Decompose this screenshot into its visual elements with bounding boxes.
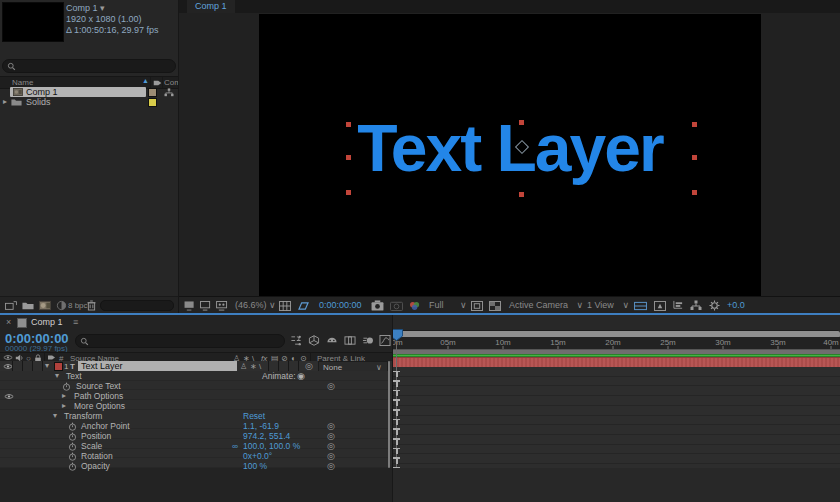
group-label[interactable]: More Options bbox=[74, 401, 125, 411]
timeline-tab-label[interactable]: Comp 1 bbox=[31, 317, 63, 327]
show-snapshot-icon[interactable] bbox=[390, 300, 403, 311]
motion-blur-icon[interactable] bbox=[362, 335, 374, 346]
selection-handle[interactable] bbox=[346, 155, 351, 160]
share-view-icon[interactable] bbox=[216, 301, 229, 311]
property-row-opacity[interactable]: Opacity 100 % ◎ bbox=[0, 461, 393, 471]
parent-pickwhip-icon[interactable]: ◎ bbox=[305, 361, 313, 371]
property-value[interactable]: 1.1, -61.9 bbox=[243, 421, 279, 431]
selection-handle[interactable] bbox=[519, 192, 524, 197]
pickwhip-icon[interactable]: ◎ bbox=[327, 421, 335, 431]
stopwatch-icon[interactable] bbox=[68, 452, 77, 461]
new-folder-icon[interactable] bbox=[22, 301, 34, 310]
project-item-name[interactable]: Solids bbox=[26, 97, 51, 107]
fast-previews-icon[interactable] bbox=[654, 301, 666, 311]
layer-quality-switch[interactable]: \ bbox=[259, 362, 261, 371]
eye-icon[interactable] bbox=[4, 393, 14, 400]
label-color-swatch[interactable] bbox=[148, 88, 157, 97]
property-value[interactable]: 0x+0.0° bbox=[243, 451, 272, 461]
label-column-icon[interactable] bbox=[47, 354, 56, 361]
project-item-comp[interactable]: Comp 1 bbox=[0, 87, 178, 97]
show-channel-icon[interactable] bbox=[409, 301, 422, 311]
selection-handle[interactable] bbox=[692, 190, 697, 195]
property-label[interactable]: Anchor Point bbox=[81, 421, 130, 431]
timeline-panel-icon[interactable] bbox=[672, 300, 684, 311]
column-name[interactable]: Name bbox=[12, 78, 33, 87]
pickwhip-icon[interactable]: ◎ bbox=[327, 381, 335, 391]
animate-button-icon[interactable]: ◉ bbox=[297, 371, 305, 381]
property-row-source-text[interactable]: Source Text ◎ bbox=[0, 381, 393, 391]
selection-handle[interactable] bbox=[692, 122, 697, 127]
delete-trash-icon[interactable] bbox=[87, 300, 96, 311]
hide-shy-layers-icon[interactable] bbox=[326, 335, 338, 346]
grid-guides-icon[interactable] bbox=[279, 301, 291, 311]
project-item-solids[interactable]: ▸ Solids bbox=[0, 97, 178, 107]
mask-visibility-icon[interactable] bbox=[297, 301, 310, 311]
group-caret-icon[interactable]: ▸ bbox=[62, 401, 66, 411]
always-preview-icon[interactable] bbox=[184, 301, 196, 311]
eye-column-icon[interactable] bbox=[3, 354, 13, 361]
composition-canvas[interactable]: Text Layer bbox=[259, 14, 761, 296]
resolution-select[interactable]: Full ∨ bbox=[429, 297, 467, 314]
property-row-position[interactable]: Position 974.2, 551.4 ◎ bbox=[0, 431, 393, 441]
comp-info-caret-icon[interactable]: ▾ bbox=[100, 3, 105, 13]
pickwhip-icon[interactable]: ◎ bbox=[327, 441, 335, 451]
interpret-footage-icon[interactable] bbox=[5, 301, 17, 310]
property-label[interactable]: Opacity bbox=[81, 461, 110, 471]
column-comment[interactable]: Comment bbox=[164, 78, 178, 87]
timeline-search-input[interactable] bbox=[75, 334, 285, 348]
timeline-vertical-scrollbar[interactable] bbox=[388, 361, 390, 468]
layer-color-swatch[interactable] bbox=[54, 362, 63, 371]
layer-collapse-switch[interactable]: ∗ bbox=[250, 362, 257, 371]
group-row-transform[interactable]: ▾ Transform Reset bbox=[0, 411, 393, 421]
group-row-more-options[interactable]: ▸ More Options bbox=[0, 401, 393, 411]
property-label[interactable]: Rotation bbox=[81, 451, 113, 461]
layer-expand-caret-icon[interactable]: ▾ bbox=[45, 361, 49, 371]
active-camera-select[interactable]: Active Camera ∨ bbox=[509, 297, 583, 314]
selection-handle[interactable] bbox=[519, 120, 524, 125]
selection-handle[interactable] bbox=[346, 190, 351, 195]
primary-viewer-icon[interactable] bbox=[200, 301, 212, 311]
project-search-input[interactable] bbox=[2, 59, 176, 73]
stopwatch-icon[interactable] bbox=[68, 442, 77, 451]
transparency-grid-icon[interactable] bbox=[489, 301, 501, 311]
comp-flowchart-icon[interactable] bbox=[690, 300, 702, 311]
property-row-scale[interactable]: Scale ∞ 100.0, 100.0 % ◎ bbox=[0, 441, 393, 451]
group-label[interactable]: Transform bbox=[64, 411, 102, 421]
canvas-text-layer[interactable]: Text Layer bbox=[259, 110, 761, 186]
new-composition-icon[interactable] bbox=[39, 300, 51, 311]
pickwhip-icon[interactable]: ◎ bbox=[327, 461, 335, 471]
stopwatch-icon[interactable] bbox=[62, 382, 71, 391]
group-label[interactable]: Text bbox=[66, 371, 82, 381]
selection-handle[interactable] bbox=[346, 122, 351, 127]
panel-menu-icon[interactable]: ≡ bbox=[73, 317, 78, 327]
expand-caret-icon[interactable]: ▸ bbox=[3, 97, 7, 107]
property-row-rotation[interactable]: Rotation 0x+0.0° ◎ bbox=[0, 451, 393, 461]
property-value[interactable]: 974.2, 551.4 bbox=[243, 431, 290, 441]
project-item-name[interactable]: Comp 1 bbox=[26, 87, 58, 97]
snapshot-camera-icon[interactable] bbox=[371, 300, 384, 311]
property-label[interactable]: Source Text bbox=[76, 381, 121, 391]
property-value[interactable]: 100.0, 100.0 % bbox=[243, 441, 300, 451]
layer-name-selected[interactable]: Text Layer bbox=[78, 361, 237, 371]
group-row-text[interactable]: ▾ Text Animate: ◉ bbox=[0, 371, 393, 381]
group-label[interactable]: Path Options bbox=[74, 391, 123, 401]
label-color-swatch[interactable] bbox=[148, 98, 157, 107]
stopwatch-icon[interactable] bbox=[68, 462, 77, 471]
group-caret-icon[interactable]: ▾ bbox=[55, 371, 59, 381]
property-row-anchor-point[interactable]: Anchor Point 1.1, -61.9 ◎ bbox=[0, 421, 393, 431]
property-label[interactable]: Position bbox=[81, 431, 111, 441]
project-scrollbar-thumb[interactable] bbox=[100, 300, 174, 311]
pixel-aspect-correction-icon[interactable] bbox=[634, 301, 647, 311]
bit-depth-button[interactable]: 8 bpc bbox=[68, 301, 88, 310]
property-label[interactable]: Scale bbox=[81, 441, 102, 451]
stopwatch-icon[interactable] bbox=[68, 432, 77, 441]
sort-ascending-icon[interactable]: ▲ bbox=[142, 77, 149, 84]
preview-time-button[interactable]: 0:00:00:00 bbox=[319, 297, 362, 314]
playhead[interactable] bbox=[393, 329, 403, 341]
region-of-interest-icon[interactable] bbox=[471, 301, 483, 311]
selection-handle[interactable] bbox=[692, 155, 697, 160]
graph-editor-icon[interactable] bbox=[379, 335, 391, 346]
viewer-tab-comp1[interactable]: Comp 1 bbox=[187, 0, 235, 13]
property-value[interactable]: 100 % bbox=[243, 461, 267, 471]
layer-shy-switch[interactable]: ♙ bbox=[240, 362, 247, 371]
